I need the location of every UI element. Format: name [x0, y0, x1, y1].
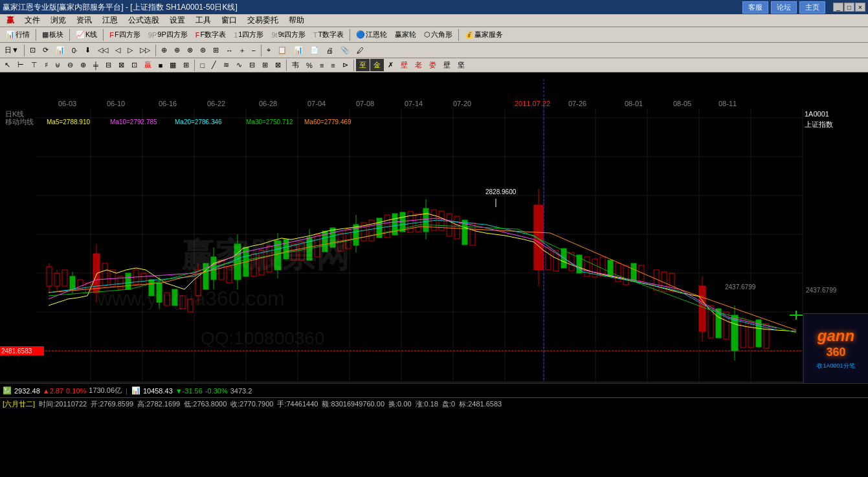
draw-t20[interactable]: ⊞: [259, 60, 271, 71]
draw-t29[interactable]: ✗: [384, 60, 397, 71]
draw-cursor[interactable]: ↖: [1, 60, 14, 71]
menu-window[interactable]: 窗口: [216, 14, 242, 27]
btn-forum[interactable]: 论坛: [771, 1, 797, 14]
draw-t28[interactable]: 金: [370, 59, 384, 71]
nav-tool15[interactable]: 🖊: [353, 45, 367, 56]
draw-t21[interactable]: ⊠: [272, 60, 284, 71]
tb-ying[interactable]: 赢家轮: [392, 28, 419, 41]
tb-fnum[interactable]: FF数字表: [192, 28, 229, 41]
nav-tool1[interactable]: ⊕: [158, 45, 170, 56]
tb-hex[interactable]: ⬡ 六角形: [421, 28, 456, 41]
tb-market[interactable]: 📊 行情: [3, 28, 33, 41]
hs300-icon: 📊: [131, 386, 140, 395]
nav-tool5[interactable]: ⊞: [210, 45, 222, 56]
svg-text:Ma5=2788.910: Ma5=2788.910: [47, 118, 90, 126]
btn-home[interactable]: 主页: [799, 1, 825, 14]
main-chart-svg[interactable]: 06-03 06-10 06-16 06-22 06-28 07-04 07-0…: [0, 72, 868, 383]
close-btn[interactable]: ×: [855, 3, 865, 12]
nav-tool10[interactable]: 📋: [274, 45, 290, 56]
nav-down[interactable]: ⬇: [82, 45, 94, 56]
maximize-btn[interactable]: □: [844, 3, 854, 12]
tb-service[interactable]: 💰 赢家服务: [462, 28, 506, 41]
draw-t1[interactable]: ⊢: [14, 60, 27, 71]
draw-t5[interactable]: ⊖: [64, 60, 76, 71]
bottom-right-label[interactable]: 收1A0001分笔: [817, 362, 854, 370]
nav-fast[interactable]: ▷▷: [137, 45, 153, 56]
nav-prev[interactable]: ◁: [112, 45, 124, 56]
draw-t12[interactable]: ■: [155, 60, 166, 71]
floor-val: 盘:0: [442, 399, 455, 409]
draw-t14[interactable]: ⊞: [180, 60, 192, 71]
period-btn[interactable]: 日▼: [1, 44, 22, 56]
draw-t32[interactable]: 娄: [426, 59, 440, 71]
nav-tool14[interactable]: 📎: [337, 45, 353, 56]
draw-t26[interactable]: ⊳: [339, 60, 351, 71]
menu-jiang-en[interactable]: 江恩: [97, 14, 123, 27]
nav-tool9[interactable]: ⌖: [263, 45, 274, 56]
svg-text:06-22: 06-22: [207, 100, 225, 107]
info-bar: [六月廿二] 时间:20110722 开:2769.8599 高:2782.16…: [0, 397, 868, 410]
draw-t6[interactable]: ⊕: [77, 60, 89, 71]
nav-chart-type[interactable]: 📊: [52, 45, 68, 56]
draw-t33[interactable]: 壁: [440, 59, 454, 71]
tb-9tf4[interactable]: 9t9t四方形: [268, 28, 308, 41]
draw-t11[interactable]: 贏: [141, 59, 155, 71]
tb-tnum[interactable]: TT数字表: [310, 28, 347, 41]
nav-tool2[interactable]: ⊕: [171, 45, 183, 56]
index-val: 10458.43: [143, 387, 173, 395]
draw-t15[interactable]: □: [197, 60, 208, 71]
menu-win[interactable]: 赢: [1, 14, 19, 27]
nav-arrows[interactable]: ◁◁: [95, 45, 111, 56]
nav-refresh[interactable]: ⟳: [39, 45, 52, 56]
draw-t18[interactable]: ∿: [233, 60, 245, 71]
tb-jiangen[interactable]: 🔵 江恩轮: [353, 28, 390, 41]
menu-browse[interactable]: 浏览: [45, 14, 71, 27]
menu-trade[interactable]: 交易委托: [242, 14, 284, 27]
draw-t10[interactable]: ⊡: [128, 60, 140, 71]
draw-t3[interactable]: ♯: [41, 60, 51, 71]
tb-board[interactable]: ▦ 板块: [39, 28, 67, 41]
svg-text:06-16: 06-16: [159, 100, 177, 107]
tb-9pf4[interactable]: 9P9P四方形: [145, 28, 191, 41]
menu-file[interactable]: 文件: [19, 14, 45, 27]
nav-tool13[interactable]: 🖨: [323, 45, 337, 56]
svg-text:赢家股票网: 赢家股票网: [181, 236, 350, 274]
minimize-btn[interactable]: _: [833, 3, 843, 12]
draw-t22[interactable]: 韦: [289, 59, 302, 71]
btn-customer[interactable]: 客服: [742, 1, 768, 14]
tb-1f4[interactable]: 11四方形: [230, 28, 267, 41]
draw-t2[interactable]: ⊤: [28, 60, 41, 71]
tb-f4[interactable]: FF四方形: [106, 28, 143, 41]
draw-t27[interactable]: 至: [356, 59, 370, 71]
nav-0[interactable]: 0·: [69, 45, 81, 56]
nav-play[interactable]: ▷: [124, 45, 136, 56]
draw-t23[interactable]: %: [303, 60, 316, 71]
draw-t7[interactable]: ╪: [90, 60, 102, 71]
menu-formula[interactable]: 公式选股: [123, 14, 164, 27]
draw-t17[interactable]: ≋: [220, 60, 232, 71]
nav-tool4[interactable]: ⊛: [197, 45, 209, 56]
draw-t31[interactable]: 老: [412, 59, 425, 71]
menu-info[interactable]: 资讯: [71, 14, 97, 27]
draw-t34[interactable]: 坚: [454, 59, 468, 71]
nav-tool8[interactable]: −: [249, 45, 259, 56]
draw-t4[interactable]: ⊎: [52, 60, 63, 71]
draw-t16[interactable]: ╱: [208, 60, 219, 71]
draw-t24[interactable]: ≡: [317, 60, 327, 71]
tb-kline[interactable]: 📈 K线: [72, 28, 100, 41]
draw-t25[interactable]: ≡: [328, 60, 338, 71]
draw-t19[interactable]: ⊟: [246, 60, 258, 71]
nav-tool7[interactable]: +: [237, 45, 247, 56]
draw-t9[interactable]: ⊠: [115, 60, 128, 71]
menu-settings[interactable]: 设置: [164, 14, 190, 27]
nav-tool6[interactable]: ↔: [223, 45, 236, 56]
nav-tool12[interactable]: 📄: [307, 45, 322, 56]
nav-tool11[interactable]: 📊: [291, 45, 306, 56]
menu-tools[interactable]: 工具: [190, 14, 216, 27]
draw-t30[interactable]: 壁: [397, 59, 411, 71]
menu-help[interactable]: 帮助: [284, 14, 309, 27]
nav-tool3[interactable]: ⊗: [184, 45, 196, 56]
draw-t13[interactable]: ▦: [166, 60, 179, 71]
draw-t8[interactable]: ⊟: [102, 60, 115, 71]
nav-start[interactable]: ⊡: [27, 45, 39, 56]
